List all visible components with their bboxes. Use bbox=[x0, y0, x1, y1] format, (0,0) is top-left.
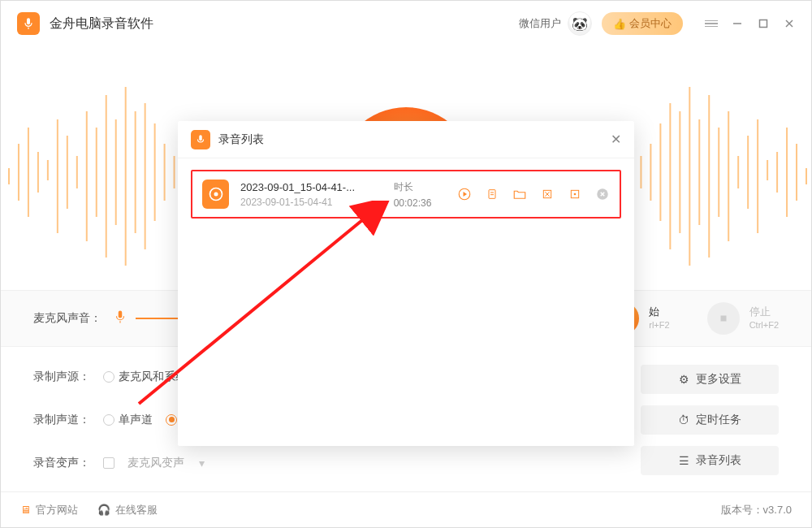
list-icon: ☰ bbox=[679, 454, 689, 467]
minimize-button[interactable] bbox=[728, 15, 746, 32]
thumbs-icon: 👍 bbox=[613, 18, 626, 30]
microphone-icon bbox=[113, 309, 127, 327]
duration-label: 时长 bbox=[394, 180, 446, 194]
recording-file-name: 2023-09-01_15-04-41-... bbox=[240, 181, 382, 193]
online-support-link[interactable]: 🎧 在线客服 bbox=[97, 503, 158, 517]
recording-file-icon bbox=[202, 180, 229, 209]
recording-list-popup: 录音列表 ✕ 2023-09-01_15-04-41-... 2023-09-0… bbox=[178, 121, 634, 446]
headset-icon: 🎧 bbox=[97, 504, 110, 516]
user-label: 微信用户 bbox=[519, 16, 561, 31]
folder-icon[interactable] bbox=[512, 187, 527, 201]
svg-rect-48 bbox=[489, 190, 495, 199]
cut-icon[interactable] bbox=[540, 187, 555, 201]
channel-mono-radio[interactable]: 单声道 bbox=[103, 413, 153, 427]
app-title: 金舟电脑录音软件 bbox=[50, 15, 153, 32]
popup-header: 录音列表 ✕ bbox=[178, 121, 634, 158]
stop-record-button[interactable]: 停止Ctrl+F2 bbox=[707, 302, 779, 335]
start-shortcut: rl+F2 bbox=[649, 319, 669, 331]
menu-button[interactable] bbox=[702, 15, 720, 32]
voice-change-text: 麦克风变声 bbox=[127, 456, 184, 470]
timer-task-button[interactable]: ⏱ 定时任务 bbox=[641, 405, 779, 435]
svg-rect-1 bbox=[760, 20, 767, 28]
stop-label: 停止 bbox=[749, 305, 779, 319]
document-icon[interactable] bbox=[485, 187, 499, 201]
vip-label: 会员中心 bbox=[629, 16, 672, 31]
duration-value: 00:02:36 bbox=[394, 197, 446, 209]
bottombar: 🖥 官方网站 🎧 在线客服 版本号：v3.7.0 bbox=[1, 491, 811, 527]
recording-list-button[interactable]: ☰ 录音列表 bbox=[641, 446, 779, 475]
recording-file-date: 2023-09-01-15-04-41 bbox=[240, 197, 382, 208]
delete-icon[interactable] bbox=[595, 187, 610, 201]
svg-point-55 bbox=[574, 193, 577, 196]
recording-item[interactable]: 2023-09-01_15-04-41-... 2023-09-01-15-04… bbox=[191, 170, 621, 219]
titlebar: 金舟电脑录音软件 微信用户 🐼 👍 会员中心 bbox=[1, 1, 811, 46]
svg-rect-43 bbox=[720, 316, 726, 322]
more-settings-button[interactable]: ⚙ 更多设置 bbox=[641, 365, 779, 394]
user-avatar[interactable]: 🐼 bbox=[568, 11, 592, 36]
voice-change-row: 录音变声： 麦克风变声 ▾ bbox=[33, 452, 407, 475]
record-source-label: 录制声源： bbox=[33, 370, 90, 384]
svg-marker-47 bbox=[464, 192, 468, 197]
popup-logo bbox=[191, 130, 210, 149]
gear-icon: ⚙ bbox=[679, 373, 689, 386]
voice-change-label: 录音变声： bbox=[33, 456, 90, 470]
timer-icon: ⏱ bbox=[678, 413, 689, 426]
voice-change-checkbox[interactable] bbox=[103, 457, 114, 469]
popup-close-button[interactable]: ✕ bbox=[611, 132, 621, 147]
mic-volume-label: 麦克风声音： bbox=[33, 311, 102, 326]
play-icon[interactable] bbox=[457, 187, 472, 201]
start-label: 始 bbox=[649, 305, 669, 319]
record-channel-label: 录制声道： bbox=[33, 413, 90, 427]
chevron-down-icon[interactable]: ▾ bbox=[199, 457, 205, 470]
stop-shortcut: Ctrl+F2 bbox=[749, 319, 779, 331]
monitor-icon: 🖥 bbox=[20, 504, 31, 516]
official-site-link[interactable]: 🖥 官方网站 bbox=[20, 503, 78, 517]
source-both-radio[interactable]: 麦克风和系统 bbox=[103, 370, 187, 384]
svg-point-45 bbox=[214, 193, 218, 197]
close-button[interactable] bbox=[780, 15, 798, 32]
version-text: 版本号：v3.7.0 bbox=[721, 503, 792, 517]
popup-title: 录音列表 bbox=[218, 132, 264, 147]
export-icon[interactable] bbox=[568, 187, 582, 201]
app-logo bbox=[17, 12, 40, 35]
maximize-button[interactable] bbox=[754, 15, 772, 32]
vip-button[interactable]: 👍 会员中心 bbox=[602, 12, 683, 35]
